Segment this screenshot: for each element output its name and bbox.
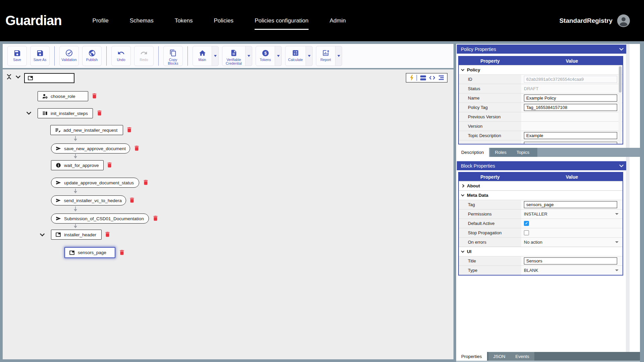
chevron-down-icon[interactable] [26,111,32,115]
calculate-button-group: Calculate [285,46,313,66]
delete-icon[interactable] [129,197,135,203]
chevron-down-icon [615,213,619,215]
tag-input[interactable]: sensors_page [524,201,617,208]
nav-item-tokens[interactable]: Tokens [175,17,193,24]
tab-roles[interactable]: Roles [490,148,512,157]
copy-blocks-icon [169,49,177,57]
tree-view-icon[interactable] [438,75,444,80]
delete-icon[interactable] [134,145,139,151]
policy-toolbar: Save Save As Validation Publish Undo Red… [3,44,453,68]
tab-description[interactable]: Description [456,148,489,157]
collapse-all-icon[interactable] [6,74,12,80]
chevron-down-icon[interactable] [40,233,45,237]
block-installer-header[interactable]: installer_header [51,230,102,240]
validation-button[interactable]: Validation [59,46,79,66]
save-button[interactable]: Save [7,46,27,66]
property-column-header: Property [459,57,521,65]
undo-button[interactable]: Undo [111,46,131,66]
table-scrollbar[interactable] [619,66,622,143]
block-init-installer-steps[interactable]: init_installer_steps [38,108,93,118]
report-button[interactable]: Report [316,46,335,66]
topic-description-input[interactable]: Example [524,132,617,139]
block-send-installer-vc-to-hedera[interactable]: send_installer_vc_to_hedera [51,195,126,205]
table-row-type: Type BLANK [459,265,623,275]
default-active-checkbox[interactable] [524,221,529,226]
toolbar-divider [54,46,55,66]
block-save-new-approve-document[interactable]: save_new_approve_document [51,143,130,154]
policy-tag-input[interactable]: Tag_1655384157108 [524,104,617,111]
table-row-policy-tag: Policy Tag Tag_1655384157108 [459,103,623,112]
nav-item-policies[interactable]: Policies [214,17,234,24]
flash-icon[interactable] [410,75,414,81]
save-as-button[interactable]: Save As [30,46,50,66]
redo-button[interactable]: Redo [134,46,154,66]
calculate-button[interactable]: Calculate [285,46,306,66]
code-view-icon[interactable] [429,76,435,80]
send-icon [56,146,61,151]
nav-item-policies-configuration[interactable]: Policies configuration [255,17,309,24]
tab-json[interactable]: JSON [488,352,511,361]
delete-icon[interactable] [127,127,132,133]
block-label: choose_role [51,94,75,99]
chevron-down-icon [308,55,311,57]
on-errors-select[interactable]: No action [521,238,623,247]
main-button[interactable]: Main [193,46,212,66]
delete-icon[interactable] [153,215,158,221]
group-row-meta-data[interactable]: Meta Data [459,190,623,200]
verifiable-credential-dropdown-arrow[interactable] [246,46,252,66]
delete-icon[interactable] [107,162,112,168]
copy-blocks-button[interactable]: Copy Blocks [163,46,183,66]
nav-item-schemas[interactable]: Schemas [130,17,154,24]
group-row-about[interactable]: About [459,181,623,190]
nav-item-admin[interactable]: Admin [330,17,346,24]
tokens-dropdown-arrow[interactable] [275,46,282,66]
report-dropdown-arrow[interactable] [335,46,342,66]
send-icon [56,198,61,203]
publish-button[interactable]: Publish [82,46,102,66]
policy-properties-header[interactable]: Policy Properties [457,45,626,54]
chevron-down-icon [619,46,624,51]
nav-item-profile[interactable]: Profile [93,17,109,24]
chevron-down-icon [461,249,465,253]
block-choose-role[interactable]: choose_role [38,91,88,101]
username-label: StandardRegistry [559,17,612,24]
root-container-block[interactable] [24,73,74,83]
title-input[interactable]: Sensors [524,257,617,264]
flow-arrow [75,206,76,211]
type-select[interactable]: BLANK [521,266,623,275]
container-icon [56,232,61,237]
block-wait-for-approve[interactable]: wait_for_approve [51,160,104,170]
group-row-policy[interactable]: Policy [459,65,623,74]
tab-events[interactable]: Events [511,352,534,361]
block-add-new-installer-request[interactable]: add_new_installer_request [50,125,123,135]
delete-icon[interactable] [143,179,148,185]
tokens-button[interactable]: $ Tokens [256,46,275,66]
block-update-approve-document-status[interactable]: update_approve_document_status [51,178,139,188]
chevron-down-icon[interactable] [15,75,21,79]
delete-icon[interactable] [119,249,124,255]
tab-topics[interactable]: Topics [512,148,537,157]
table-row-stop-propagation: Stop Propagation [459,228,623,237]
toolbar-divider [158,46,159,66]
blocks-view-icon[interactable] [420,75,426,80]
stop-propagation-checkbox[interactable] [524,230,529,235]
panel-scrollbar[interactable] [626,44,630,352]
chevron-down-icon [619,163,624,167]
block-properties-header[interactable]: Block Properties [457,161,626,170]
user-avatar-icon[interactable] [617,14,630,27]
report-button-group: Report [316,46,342,66]
flow-arrow [75,136,76,140]
name-input[interactable]: Example Policy [524,95,617,102]
report-chart-icon [322,49,329,57]
block-sensors-page[interactable]: sensors_page [64,247,115,258]
delete-icon[interactable] [105,231,110,237]
permissions-select[interactable]: INSTALLER [521,209,623,219]
tab-properties[interactable]: Properties [456,352,487,361]
delete-icon[interactable] [92,93,97,99]
main-dropdown-arrow[interactable] [212,46,219,66]
verifiable-credential-button[interactable]: Verifiable Credential [222,46,246,66]
delete-icon[interactable] [97,110,102,116]
calculate-dropdown-arrow[interactable] [306,46,313,66]
block-submission-of-csd01-documentation[interactable]: Submission_of_CSD01_Documentation [51,214,149,224]
group-row-ui[interactable]: UI [459,247,623,256]
